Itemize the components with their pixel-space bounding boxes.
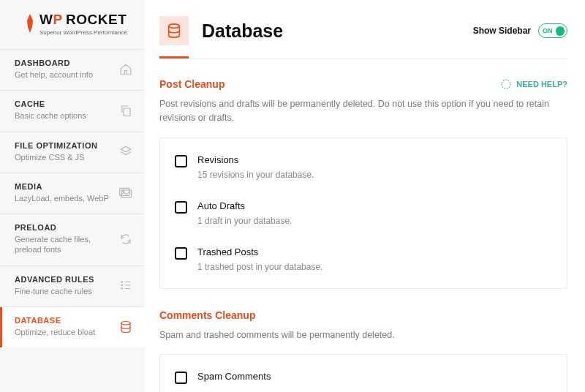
need-help-button[interactable]: NEED HELP?: [500, 78, 567, 90]
option-revisions: Revisions 15 revisions in your database.: [160, 144, 567, 190]
rocket-icon: [25, 14, 35, 36]
sidebar-item-database[interactable]: DATABASE Optimize, reduce bloat: [0, 306, 145, 347]
comments-cleanup-card: Spam Comments: [159, 354, 567, 392]
option-spam-comments: Spam Comments: [160, 361, 567, 392]
svg-point-5: [121, 285, 123, 287]
brand-logo: WP ROCKET Superior WordPress Performance: [0, 0, 145, 49]
page-icon-underline: [159, 56, 189, 59]
post-cleanup-card: Revisions 15 revisions in your database.…: [159, 137, 567, 289]
option-title: Auto Drafts: [197, 200, 292, 211]
nav-sub: Optimize CSS & JS: [15, 152, 97, 162]
nav-title: DATABASE: [15, 316, 95, 325]
section-head-post-cleanup: Post Cleanup NEED HELP?: [159, 78, 567, 90]
help-icon: [500, 78, 512, 90]
nav-sub: Basic cache options: [15, 110, 86, 121]
option-sub: 1 trashed post in your database.: [197, 262, 322, 272]
page-icon: [159, 16, 189, 45]
main-panel: Database Show Sidebar ON Post Cleanup NE…: [145, 0, 585, 392]
nav-sub: LazyLoad, embeds, WebP: [15, 193, 109, 203]
svg-point-9: [502, 80, 510, 88]
option-title: Revisions: [197, 154, 314, 165]
sidebar-item-cache[interactable]: CACHE Basic cache options: [0, 90, 145, 131]
nav-sub: Get help, account info: [15, 69, 93, 80]
toggle-knob: [556, 26, 565, 36]
svg-point-7: [121, 321, 130, 325]
svg-rect-0: [124, 108, 130, 116]
checkbox-auto-drafts[interactable]: [175, 201, 187, 214]
need-help-label: NEED HELP?: [516, 80, 567, 88]
nav-title: ADVANCED RULES: [15, 275, 94, 284]
option-sub: 1 draft in your database.: [197, 216, 292, 226]
copy-icon: [118, 103, 133, 118]
section-comments-cleanup: Comments Cleanup Spam and trashed commen…: [159, 309, 567, 392]
svg-point-3: [123, 190, 124, 192]
list-icon: [118, 278, 133, 293]
home-icon: [118, 62, 133, 77]
checkbox-spam-comments[interactable]: [175, 372, 187, 384]
refresh-icon: [118, 232, 133, 246]
page-title: Database: [202, 20, 460, 42]
option-title: Trashed Posts: [197, 246, 322, 257]
checkbox-revisions[interactable]: [175, 155, 187, 167]
nav-title: DASHBOARD: [15, 59, 93, 67]
nav-title: CACHE: [15, 99, 86, 108]
svg-point-6: [121, 288, 123, 290]
sidebar-item-advanced-rules[interactable]: ADVANCED RULES Fine-tune cache rules: [0, 265, 145, 306]
show-sidebar-toggle[interactable]: ON: [538, 23, 567, 38]
database-icon: [118, 320, 133, 334]
brand-wp: WP: [39, 14, 63, 26]
nav-sub: Optimize, reduce bloat: [15, 327, 95, 337]
checkbox-trashed-posts[interactable]: [175, 247, 187, 260]
brand-rocket: ROCKET: [66, 12, 127, 27]
section-desc: Spam and trashed comments will be perman…: [159, 328, 567, 342]
header-divider: [159, 59, 567, 59]
show-sidebar-control: Show Sidebar ON: [473, 23, 567, 38]
toggle-on-text: ON: [543, 27, 553, 34]
app-root: WP ROCKET Superior WordPress Performance…: [0, 0, 585, 392]
section-title: Comments Cleanup: [159, 309, 255, 321]
section-head-comments-cleanup: Comments Cleanup: [159, 309, 567, 321]
option-trashed-posts: Trashed Posts 1 trashed post in your dat…: [160, 236, 567, 282]
layers-icon: [118, 144, 133, 159]
sidebar-item-media[interactable]: MEDIA LazyLoad, embeds, WebP: [0, 173, 145, 214]
option-title: Spam Comments: [197, 371, 271, 382]
sidebar-item-dashboard[interactable]: DASHBOARD Get help, account info: [0, 49, 145, 90]
sidebar-nav: DASHBOARD Get help, account info CACHE B…: [0, 49, 145, 347]
sidebar: WP ROCKET Superior WordPress Performance…: [0, 0, 145, 392]
nav-sub: Generate cache files, preload fonts: [15, 234, 113, 255]
nav-title: PRELOAD: [15, 223, 113, 232]
page-header: Database Show Sidebar ON: [159, 16, 567, 59]
svg-point-8: [169, 24, 180, 29]
show-sidebar-label: Show Sidebar: [473, 26, 531, 36]
svg-point-4: [121, 282, 123, 283]
sidebar-item-file-optimization[interactable]: FILE OPTIMIZATION Optimize CSS & JS: [0, 132, 145, 173]
option-sub: 15 revisions in your database.: [197, 170, 314, 180]
images-icon: [118, 186, 133, 200]
sidebar-item-preload[interactable]: PRELOAD Generate cache files, preload fo…: [0, 214, 145, 265]
nav-title: FILE OPTIMIZATION: [15, 141, 97, 150]
brand-mark: WP ROCKET Superior WordPress Performance: [25, 12, 130, 36]
section-title: Post Cleanup: [159, 78, 224, 90]
nav-sub: Fine-tune cache rules: [15, 286, 94, 296]
option-auto-drafts: Auto Drafts 1 draft in your database.: [160, 190, 567, 236]
section-desc: Post revisions and drafts will be perman…: [159, 97, 567, 126]
brand-tagline: Superior WordPress Performance: [39, 29, 127, 36]
nav-title: MEDIA: [15, 182, 109, 191]
